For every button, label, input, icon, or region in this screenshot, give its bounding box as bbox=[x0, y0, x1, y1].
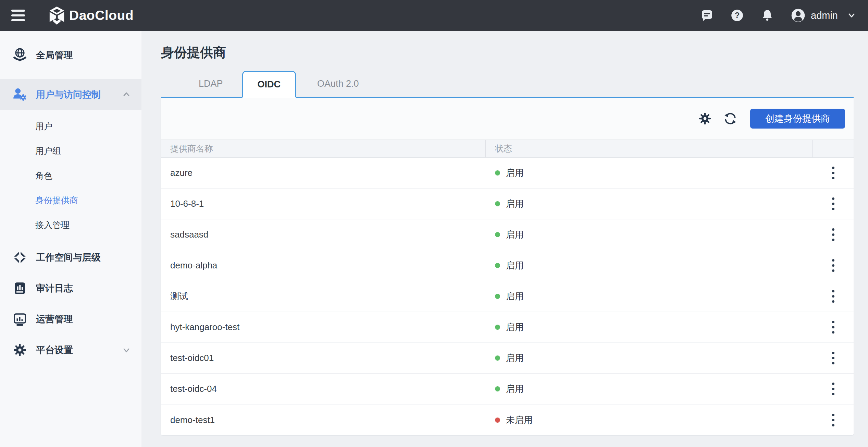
providers-panel: 创建身份提供商 提供商名称 状态 azure 启用 bbox=[161, 98, 854, 435]
sidebar-item-roles[interactable]: 角色 bbox=[0, 163, 141, 188]
create-identity-provider-button[interactable]: 创建身份提供商 bbox=[750, 109, 845, 129]
provider-status: 启用 bbox=[486, 321, 813, 333]
provider-name: test-oidc-04 bbox=[161, 384, 486, 394]
provider-status: 启用 bbox=[486, 167, 813, 179]
status-label: 启用 bbox=[506, 321, 524, 333]
provider-name: demo-alpha bbox=[161, 260, 486, 271]
table-row[interactable]: 测试 启用 bbox=[161, 281, 854, 312]
sidebar-item-label: 用户与访问控制 bbox=[36, 88, 101, 101]
globe-icon bbox=[12, 47, 28, 63]
user-menu-chevron-down-icon[interactable] bbox=[847, 11, 856, 20]
sidebar-item-label: 全局管理 bbox=[36, 49, 73, 61]
row-actions-kebab-icon[interactable] bbox=[827, 194, 839, 214]
status-label: 启用 bbox=[506, 198, 524, 210]
table-row[interactable]: azure 启用 bbox=[161, 158, 854, 189]
sidebar-item-workspace-hierarchy[interactable]: 工作空间与层级 bbox=[0, 242, 141, 273]
row-actions-kebab-icon[interactable] bbox=[827, 256, 839, 275]
column-header-provider-name: 提供商名称 bbox=[161, 140, 486, 157]
status-label: 启用 bbox=[506, 290, 524, 302]
main-content: 身份提供商 LDAP OIDC OAuth 2.0 bbox=[141, 31, 868, 447]
sidebar-item-label: 工作空间与层级 bbox=[36, 251, 101, 264]
settings-gear-icon[interactable] bbox=[697, 111, 712, 126]
provider-name: demo-test1 bbox=[161, 415, 486, 425]
status-label: 启用 bbox=[506, 229, 524, 241]
provider-name: test-oidc01 bbox=[161, 353, 486, 363]
sidebar-item-access-management[interactable]: 接入管理 bbox=[0, 213, 141, 237]
tab-ldap[interactable]: LDAP bbox=[179, 71, 242, 97]
sidebar-item-operations-management[interactable]: 运营管理 bbox=[0, 304, 141, 335]
provider-name: 测试 bbox=[161, 290, 486, 302]
sidebar-item-users-access-control[interactable]: 用户与访问控制 bbox=[0, 79, 141, 110]
row-actions-kebab-icon[interactable] bbox=[827, 317, 839, 337]
tab-oidc[interactable]: OIDC bbox=[242, 71, 296, 98]
row-actions-kebab-icon[interactable] bbox=[827, 225, 839, 244]
provider-status: 启用 bbox=[486, 290, 813, 302]
row-actions-kebab-icon[interactable] bbox=[827, 379, 839, 399]
page-title: 身份提供商 bbox=[161, 44, 854, 61]
hamburger-menu-button[interactable] bbox=[11, 10, 25, 21]
tabbar: LDAP OIDC OAuth 2.0 bbox=[161, 71, 854, 98]
column-header-actions bbox=[813, 140, 854, 157]
row-actions-kebab-icon[interactable] bbox=[827, 287, 839, 306]
table-row[interactable]: test-oidc01 启用 bbox=[161, 343, 854, 374]
sidebar-item-users[interactable]: 用户 bbox=[0, 114, 141, 138]
table-row[interactable]: hyt-kangaroo-test 启用 bbox=[161, 312, 854, 343]
status-label: 启用 bbox=[506, 383, 524, 395]
user-gear-icon bbox=[12, 87, 28, 102]
app-window: DaoCloud ? bbox=[0, 0, 868, 447]
table-row[interactable]: demo-alpha 启用 bbox=[161, 250, 854, 281]
topbar-actions: ? admin bbox=[684, 8, 856, 23]
row-actions-kebab-icon[interactable] bbox=[827, 410, 839, 430]
provider-status: 启用 bbox=[486, 198, 813, 210]
status-dot bbox=[495, 386, 500, 391]
gear-icon bbox=[12, 342, 28, 358]
status-label: 启用 bbox=[506, 167, 524, 179]
status-dot bbox=[495, 418, 500, 423]
sidebar-item-audit-logs[interactable]: 审计日志 bbox=[0, 273, 141, 304]
status-label: 启用 bbox=[506, 352, 524, 364]
row-actions-kebab-icon[interactable] bbox=[827, 163, 839, 183]
sidebar-item-identity-providers[interactable]: 身份提供商 bbox=[0, 188, 141, 213]
provider-status: 启用 bbox=[486, 383, 813, 395]
help-icon[interactable]: ? bbox=[730, 8, 744, 23]
sidebar-item-global-management[interactable]: 全局管理 bbox=[0, 40, 141, 71]
chat-icon[interactable] bbox=[700, 8, 714, 23]
provider-status: 启用 bbox=[486, 352, 813, 364]
row-actions-kebab-icon[interactable] bbox=[827, 348, 839, 368]
status-dot bbox=[495, 263, 500, 268]
audit-icon bbox=[12, 280, 28, 296]
provider-name: 10-6-8-1 bbox=[161, 198, 486, 209]
table-row[interactable]: test-oidc-04 启用 bbox=[161, 374, 854, 404]
status-label: 启用 bbox=[506, 259, 524, 271]
sidebar-item-platform-settings[interactable]: 平台设置 bbox=[0, 335, 141, 365]
provider-name: azure bbox=[161, 168, 486, 178]
refresh-icon[interactable] bbox=[723, 111, 738, 126]
table-header: 提供商名称 状态 bbox=[161, 140, 854, 158]
tab-oauth2[interactable]: OAuth 2.0 bbox=[296, 71, 380, 97]
table-row[interactable]: sadsaasd 启用 bbox=[161, 219, 854, 250]
chevron-up-icon bbox=[122, 90, 131, 99]
status-dot bbox=[495, 355, 500, 361]
status-dot bbox=[495, 325, 500, 330]
topbar: DaoCloud ? bbox=[0, 0, 868, 31]
avatar-icon[interactable] bbox=[791, 8, 805, 23]
bell-icon[interactable] bbox=[760, 8, 774, 23]
daocloud-logo-icon bbox=[49, 7, 65, 25]
user-name[interactable]: admin bbox=[811, 10, 838, 21]
sidebar-item-user-groups[interactable]: 用户组 bbox=[0, 138, 141, 163]
sidebar-submenu: 用户 用户组 角色 身份提供商 接入管理 bbox=[0, 110, 141, 242]
table-row[interactable]: demo-test1 未启用 bbox=[161, 404, 854, 435]
svg-text:?: ? bbox=[735, 11, 740, 20]
table-toolbar: 创建身份提供商 bbox=[161, 98, 854, 140]
chevron-down-icon bbox=[122, 345, 131, 355]
sidebar-item-label: 平台设置 bbox=[36, 344, 73, 356]
brand-logo[interactable]: DaoCloud bbox=[49, 7, 134, 25]
column-header-status: 状态 bbox=[486, 140, 813, 157]
ops-icon bbox=[12, 311, 28, 327]
status-dot bbox=[495, 294, 500, 299]
sidebar: 全局管理 bbox=[0, 31, 141, 447]
workspace-icon bbox=[12, 250, 28, 265]
provider-status: 启用 bbox=[486, 229, 813, 241]
table-row[interactable]: 10-6-8-1 启用 bbox=[161, 189, 854, 219]
status-dot bbox=[495, 232, 500, 237]
